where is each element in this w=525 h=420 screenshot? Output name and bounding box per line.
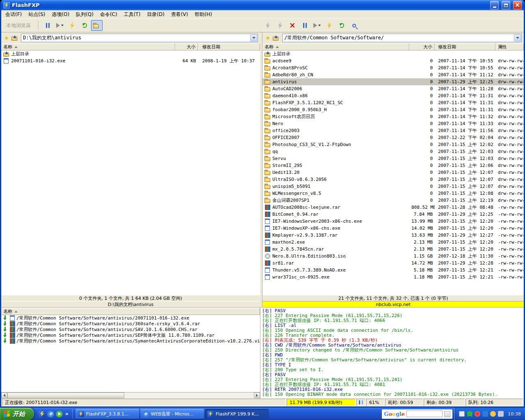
file-row[interactable]: sr81.rar14.72 MB2007-11-29 上午 12:28-rw-r… bbox=[262, 260, 524, 267]
menu-item[interactable]: 站点(S) bbox=[25, 10, 48, 19]
parent-dir-row[interactable]: 上层目录 bbox=[1, 50, 260, 57]
taskbar-task-button[interactable]: FlashFXP 199.9 K... bbox=[205, 409, 269, 419]
menu-item[interactable]: 命令(C) bbox=[97, 10, 121, 19]
file-row[interactable]: antivirus02007-11-29 上午 12:25drw-rw-rw- bbox=[262, 78, 524, 85]
transfer-selected-button[interactable] bbox=[324, 20, 335, 31]
file-row[interactable]: Microsoft农历日历02007-11-14 下午 11:32drw-rw-… bbox=[262, 113, 524, 120]
file-row[interactable]: BitComet_0.94.rar7.84 MB2007-11-29 上午 12… bbox=[262, 211, 524, 218]
file-row[interactable]: UltraISO-v8.6.3.205602007-11-15 上午 12:07… bbox=[262, 176, 524, 183]
log-panel[interactable]: [右] PASV[右] 227 Entering Passive Mode (6… bbox=[260, 308, 524, 398]
quicklaunch-overflow-chevron-icon[interactable]: » bbox=[64, 411, 69, 417]
messenger-tray-icon[interactable] bbox=[490, 411, 496, 417]
refresh-button[interactable] bbox=[336, 20, 347, 31]
column-header-date[interactable]: 修改日期 bbox=[435, 43, 495, 50]
scrollbar-thumb[interactable] bbox=[7, 393, 124, 398]
local-path-dropdown-button[interactable] bbox=[250, 34, 257, 41]
local-path-combobox[interactable]: D:\我的文档\antivirus bbox=[21, 34, 258, 42]
file-row[interactable]: FlashFXP_3.5.1.1202_RC1_SC02007-11-14 下午… bbox=[262, 99, 524, 106]
parent-folder-icon[interactable] bbox=[273, 35, 279, 41]
menu-item[interactable]: 查看(V) bbox=[168, 10, 192, 19]
start-transfer-button[interactable] bbox=[311, 20, 323, 31]
queue-item[interactable]: /常用软件/Common Software/Software/antivirus… bbox=[1, 321, 260, 326]
start-button[interactable]: 开始 bbox=[0, 408, 34, 420]
file-row[interactable]: 金山词霸2007SP102007-11-15 上午 12:19drw-rw-rw… bbox=[262, 197, 524, 204]
file-row[interactable]: AdbeRdr80_zh_CN02007-11-14 下午 11:12drw-r… bbox=[262, 71, 524, 78]
queue-horizontal-scrollbar[interactable] bbox=[1, 392, 260, 398]
transfer-selected-button[interactable] bbox=[66, 20, 78, 31]
queue-column-header[interactable]: 名称 bbox=[1, 308, 260, 315]
transfer-graph-cell[interactable] bbox=[356, 399, 365, 406]
file-row[interactable]: WLMessengercn_v8.502007-11-15 上午 12:08dr… bbox=[262, 190, 524, 197]
parent-dir-row[interactable]: 上层目录 bbox=[262, 50, 524, 57]
menu-item[interactable]: 会话(F) bbox=[2, 10, 25, 19]
quicklaunch-flashfxp-icon[interactable] bbox=[39, 411, 46, 418]
file-row[interactable]: qq02007-11-15 上午 12:03drw-rw-rw- bbox=[262, 148, 524, 155]
parent-folder-icon[interactable] bbox=[11, 35, 18, 41]
column-header-name[interactable]: 名称 bbox=[1, 43, 175, 50]
file-row[interactable]: Photoshop_CS3_SC_V1.2-FtpDown02007-11-15… bbox=[262, 141, 524, 148]
file-row[interactable]: IE7-WindowsServer2003-x86-chs.exe13.99 M… bbox=[262, 218, 524, 225]
file-row[interactable]: maxthon2.exe2.13 MB2007-11-15 上午 12:20-r… bbox=[262, 239, 524, 246]
column-header-attr[interactable]: 属性 bbox=[495, 43, 524, 50]
scrollbar-track[interactable] bbox=[7, 393, 254, 398]
refresh-button[interactable] bbox=[79, 20, 90, 31]
file-row[interactable]: 20071101-016-i32.exe64 KB2008-1-19 上午 10… bbox=[1, 57, 260, 64]
browser-mode-button[interactable] bbox=[91, 20, 103, 31]
file-row[interactable]: AUTOcad2008sc-leejune.rar808.52 MB2007-1… bbox=[262, 204, 524, 211]
local-path-text[interactable]: D:\我的文档\antivirus bbox=[21, 34, 250, 41]
find-button[interactable] bbox=[348, 20, 360, 31]
file-row[interactable]: daemon410-x8602007-11-14 下午 11:31drw-rw-… bbox=[262, 92, 524, 99]
file-row[interactable]: Kmplayer-v2.9.3.1387.rar13.63 MB2007-11-… bbox=[262, 232, 524, 239]
column-header-name[interactable]: 名称 bbox=[262, 43, 409, 50]
menu-item[interactable]: 目录(D) bbox=[144, 10, 168, 19]
volume-icon[interactable] bbox=[498, 411, 504, 417]
taskbar-clock[interactable]: 10:38 bbox=[508, 411, 521, 417]
maximize-button[interactable] bbox=[502, 1, 510, 9]
menu-item[interactable]: 队列(Q) bbox=[73, 10, 97, 19]
remote-path-combobox[interactable]: /常用软件/Common Software/Software/ bbox=[282, 34, 522, 42]
minimize-button[interactable] bbox=[490, 1, 499, 9]
file-row[interactable]: foobar2000_0.950b3_H02007-11-14 下午 11:31… bbox=[262, 106, 524, 113]
file-row[interactable]: AutoCAD200602007-11-14 下午 11:28drw-rw-rw… bbox=[262, 85, 524, 92]
quick-connect-button[interactable] bbox=[274, 20, 286, 31]
column-header-date[interactable]: 修改日期 bbox=[198, 43, 260, 50]
file-row[interactable]: Uedit13.2002007-11-15 上午 12:07drw-rw-rw- bbox=[262, 169, 524, 176]
file-row[interactable]: Acrobat8ProSC02007-11-14 下午 10:55drw-rw-… bbox=[262, 64, 524, 71]
column-header-size[interactable]: 大小 bbox=[409, 43, 435, 50]
taskbar-task-button[interactable]: WEB迅雷 - Micros... bbox=[140, 409, 204, 419]
quicklaunch-ie-icon[interactable] bbox=[47, 411, 54, 418]
menu-item[interactable]: 工具(T) bbox=[121, 10, 144, 19]
bookmarks-star-icon[interactable] bbox=[265, 35, 271, 41]
queue-item[interactable]: /常用软件/Common Software/Software/antivirus… bbox=[1, 332, 260, 338]
pause-transfer-button[interactable] bbox=[42, 20, 53, 31]
file-row[interactable]: Servu02007-11-15 上午 12:03drw-rw-rw- bbox=[262, 155, 524, 162]
file-row[interactable]: office200302007-11-14 下午 11:56drw-rw-rw- bbox=[262, 127, 524, 134]
file-row[interactable]: Nero02007-11-14 下午 11:33drw-rw-rw- bbox=[262, 120, 524, 127]
connect-button[interactable] bbox=[262, 20, 274, 31]
queue-item[interactable]: /常用软件/Common Software/Software/antivirus… bbox=[1, 326, 260, 332]
queue-item[interactable]: /常用软件/Common Software/Software/antivirus… bbox=[1, 315, 260, 321]
file-row[interactable]: Thunder.v5.7.3.389.NoAD.exe5.18 MB2007-1… bbox=[262, 267, 524, 274]
close-button[interactable] bbox=[513, 1, 522, 9]
scroll-left-button[interactable] bbox=[1, 393, 7, 398]
taskbar-task-button[interactable]: FlashFXP_3.3.8.1... bbox=[75, 409, 139, 419]
network-tray-icon[interactable] bbox=[482, 411, 488, 417]
file-row[interactable]: mx_2.0.5.7845cn.rar2.13 MB2007-11-15 上午 … bbox=[262, 246, 524, 253]
menu-item[interactable]: 帮助(H) bbox=[192, 10, 215, 19]
start-transfer-button[interactable] bbox=[54, 20, 66, 31]
file-row[interactable]: IE7-WindowsXP-x86-chs.exe14.02 MB2007-11… bbox=[262, 225, 524, 232]
file-row[interactable]: Nero.8.Ultra.Edition803.iso1.15 GB2007-1… bbox=[262, 253, 524, 260]
abort-button[interactable] bbox=[287, 20, 298, 31]
remote-file-list[interactable]: 上层目录acdsee902007-11-14 下午 10:55drw-rw-rw… bbox=[262, 50, 524, 295]
title-bar[interactable]: FlashFXP bbox=[1, 0, 524, 10]
quicklaunch-media-player-icon[interactable] bbox=[56, 411, 63, 418]
queue-item[interactable]: /常用软件/Common Software/Software/antivirus… bbox=[1, 338, 260, 344]
file-row[interactable]: acdsee902007-11-14 下午 10:55drw-rw-rw- bbox=[262, 57, 524, 64]
column-header-size[interactable]: 大小 bbox=[175, 43, 198, 50]
file-row[interactable]: StormII_29502007-11-15 上午 12:06drw-rw-rw… bbox=[262, 162, 524, 169]
transfer-queue-list[interactable]: /常用软件/Common Software/Software/antivirus… bbox=[1, 315, 260, 392]
bookmarks-star-icon[interactable] bbox=[3, 35, 10, 41]
security-tray-icon[interactable] bbox=[467, 411, 472, 417]
input-method-icon[interactable] bbox=[459, 411, 465, 417]
scroll-right-button[interactable] bbox=[254, 393, 260, 398]
